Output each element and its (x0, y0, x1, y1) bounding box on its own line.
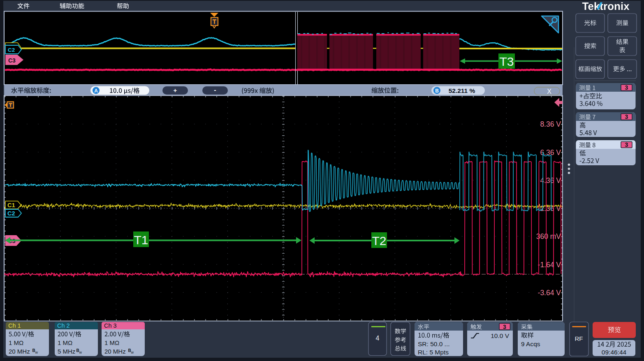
svg-text:20 MHz: 20 MHz (104, 348, 126, 355)
svg-text:T3: T3 (499, 55, 514, 68)
svg-text:Ch 3: Ch 3 (104, 322, 117, 329)
svg-text:T2: T2 (372, 234, 386, 248)
svg-text:T1: T1 (134, 233, 148, 247)
svg-text:Ch 2: Ch 2 (57, 322, 70, 329)
svg-text:3: 3 (625, 141, 628, 148)
svg-text:1 MΩ: 1 MΩ (9, 339, 23, 346)
svg-text:+: + (174, 87, 177, 94)
svg-text:w: w (131, 350, 134, 354)
svg-text:360 mV: 360 mV (536, 232, 561, 241)
svg-text:w: w (35, 350, 38, 354)
svg-text:5 MHz: 5 MHz (58, 348, 75, 355)
svg-text:C2: C2 (8, 47, 15, 53)
svg-text:RL: 5 Mpts: RL: 5 Mpts (418, 349, 449, 356)
svg-text:C2: C2 (7, 210, 15, 217)
svg-text:3: 3 (625, 113, 628, 120)
svg-text:RF: RF (575, 335, 583, 342)
svg-text:Ch 1: Ch 1 (8, 322, 21, 329)
svg-text:10.0 V: 10.0 V (491, 332, 509, 339)
svg-text:3: 3 (625, 84, 628, 91)
svg-text:-3.64 V: -3.64 V (538, 289, 561, 297)
svg-text:C3: C3 (8, 57, 16, 64)
svg-text:1 MΩ: 1 MΩ (58, 339, 72, 346)
svg-text:-: - (214, 86, 216, 93)
svg-text:09:46:44: 09:46:44 (602, 349, 627, 356)
svg-text:C1: C1 (7, 202, 15, 208)
svg-text:1 MΩ: 1 MΩ (104, 339, 119, 346)
svg-text:20 MHz: 20 MHz (9, 348, 30, 355)
svg-text:8.36 V: 8.36 V (540, 120, 561, 128)
svg-text:52.211 %: 52.211 % (449, 87, 475, 94)
svg-text:B: B (435, 88, 439, 94)
svg-text:w: w (79, 350, 82, 354)
svg-text:3: 3 (503, 324, 506, 330)
svg-text:-1.64 V: -1.64 V (538, 261, 561, 269)
svg-text:X: X (547, 88, 551, 95)
svg-text:4: 4 (376, 335, 380, 342)
svg-text:SR: 50.0 ...: SR: 50.0 ... (418, 340, 450, 347)
svg-text:9 Acqs: 9 Acqs (521, 340, 540, 347)
svg-text:A: A (94, 88, 98, 94)
